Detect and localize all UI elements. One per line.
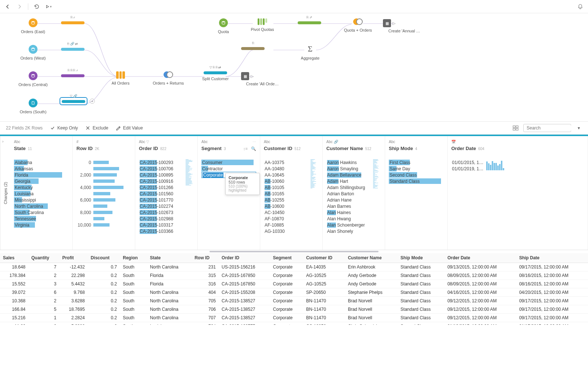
forward-icon[interactable] [16, 3, 23, 10]
value-row[interactable]: AG-10330 [264, 228, 311, 234]
pane-custid[interactable]: Abc Customer ID512 AA-10375AA-10480AA-10… [260, 136, 323, 250]
value-row[interactable]: Florida [14, 172, 69, 178]
table-row[interactable]: 18.6487-12.4320.7SouthNorth Carolina231U… [0, 263, 588, 271]
value-row[interactable]: Georgia [14, 178, 69, 184]
value-row[interactable]: AB-10255 [264, 197, 311, 203]
value-row[interactable]: CA-2015-102988 [139, 216, 186, 222]
changes-tab[interactable]: Changes (2) [0, 136, 10, 250]
table-row[interactable]: 178.384222.2980.2SouthFlorida315CA-2015-… [0, 271, 588, 280]
value-row[interactable]: CA-2015-103366 [139, 228, 186, 234]
histogram-bin[interactable]: 4,000 [76, 184, 131, 191]
value-row[interactable]: Aaron Smayling [326, 166, 373, 172]
histogram-bin[interactable]: 10,000 [76, 222, 131, 228]
value-row[interactable]: North Carolina [14, 203, 69, 209]
pane-orderdate[interactable]: 📅 Order Date604 01/01/2015, 1…01/01/2019… [448, 136, 588, 250]
value-row[interactable]: Virginia [14, 222, 69, 228]
datasource-orders-east[interactable]: Orders (East) [11, 18, 55, 34]
histogram-bin[interactable] [76, 178, 131, 184]
add-step-icon[interactable]: + [90, 99, 95, 104]
value-row[interactable]: Adam Shillingsburg [326, 184, 373, 191]
value-row[interactable]: Alan Hwang [326, 216, 373, 222]
column-header[interactable]: Ship Date [516, 253, 588, 263]
histogram-bin[interactable] [76, 191, 131, 197]
histogram-bin[interactable] [76, 166, 131, 172]
pane-segment[interactable]: Abc ⋯ Segment3 ↕≡ 🔍 ConsumerContractorCo… [198, 136, 260, 250]
step-clean-presplit[interactable]: ⎘ [241, 47, 265, 50]
column-header[interactable]: Customer ID [303, 253, 345, 263]
value-row[interactable]: CA-2015-100706 [139, 166, 186, 172]
value-row[interactable]: CA-2015-100916 [139, 178, 186, 184]
value-row[interactable]: AB-10600 [264, 203, 311, 209]
value-row[interactable]: Alabama [14, 159, 69, 166]
value-row[interactable]: CA-2015-102274 [139, 203, 186, 209]
pane-rowid[interactable]: # Row ID2K 02,0004,0006,0008,00010,000 [73, 136, 135, 250]
value-row[interactable]: AB-10165 [264, 191, 311, 197]
value-row[interactable]: Tennessee [14, 216, 69, 222]
step-output-all-orders[interactable]: ▦▷ [241, 72, 254, 80]
datasource-orders-south[interactable]: Orders (South) [11, 99, 55, 114]
table-row[interactable]: 11.3625.33920SouthLouisiana764CA-2015-16… [0, 322, 588, 325]
value-row[interactable]: Standard Class [389, 178, 444, 184]
value-row[interactable]: AA-10375 [264, 159, 311, 166]
value-row[interactable]: 01/01/2019, 1… [451, 166, 483, 172]
search-input[interactable] [527, 125, 582, 131]
value-row[interactable]: Consumer [201, 159, 256, 166]
collapse-icon[interactable]: ▾ [576, 125, 582, 131]
value-row[interactable]: AF-10885 [264, 222, 311, 228]
grid-scrollbar[interactable] [0, 250, 588, 253]
table-row[interactable]: 15.21612.28240.2SouthNorth Carolina707CA… [0, 314, 588, 322]
table-row[interactable]: 10.36823.62880.2SouthNorth Carolina705CA… [0, 297, 588, 305]
value-row[interactable]: AB-10105 [264, 184, 311, 191]
pane-state[interactable]: Abc State11 AlabamaArkansasFloridaGeorgi… [10, 136, 73, 250]
column-header[interactable]: State [147, 253, 191, 263]
exclude-button[interactable]: Exclude [85, 125, 108, 131]
value-row[interactable]: Adrian Hane [326, 197, 373, 203]
value-row[interactable]: Alan Shonely [326, 228, 373, 234]
step-clean-quotas[interactable]: ⎘ ⇗ [298, 21, 321, 24]
value-row[interactable]: Adrian Barton [326, 191, 373, 197]
value-row[interactable]: Kentucky [14, 184, 69, 191]
pane-custname[interactable]: Abc 🔗 Customer Name512 Aaron HawkinsAaro… [323, 136, 385, 250]
data-grid[interactable]: SalesQuantityProfitDiscountRegionStateRo… [0, 253, 588, 325]
value-row[interactable]: Alan Schoenberger [326, 222, 373, 228]
flow-canvas[interactable]: Orders (East) Orders (West) Orders (Cent… [0, 13, 588, 121]
histogram-bin[interactable]: 8,000 [76, 209, 131, 216]
step-clean-east[interactable]: ⎘ ⇄ [61, 21, 85, 24]
value-row[interactable]: AA-10645 [264, 172, 311, 178]
value-row[interactable]: CA-2015-100293 [139, 159, 186, 166]
value-row[interactable]: Alan Barnes [326, 203, 373, 209]
step-clean-south-selected[interactable]: ▽ 🔗 + [60, 97, 87, 105]
datasource-quota[interactable]: Quota [201, 18, 245, 34]
table-row[interactable]: 166.84518.76950.2SouthNorth Carolina706C… [0, 305, 588, 314]
back-icon[interactable] [4, 3, 11, 10]
step-split-customer[interactable]: ▽ ⎘ ⎘ ⇄ Split Customer [193, 71, 237, 81]
value-row[interactable]: CA-2015-101560 [139, 191, 186, 197]
step-output-annual[interactable]: ▦▷ [383, 19, 395, 27]
edit-value-button[interactable]: Edit Value [116, 125, 143, 131]
value-row[interactable]: Adam Bellavance [326, 172, 373, 178]
run-flow-icon[interactable]: ▾ [45, 3, 52, 10]
datasource-orders-west[interactable]: Orders (West) [11, 45, 55, 60]
keep-only-button[interactable]: Keep Only [50, 125, 78, 131]
pane-shipmode[interactable]: Abc Ship Mode4 First ClassSame DaySecond… [385, 136, 448, 250]
value-row[interactable]: First Class [389, 159, 444, 166]
histogram-bin[interactable]: 0 [76, 159, 131, 166]
refresh-icon[interactable] [33, 3, 40, 10]
profile-search[interactable] [523, 124, 571, 132]
column-header[interactable]: Sales [0, 253, 28, 263]
value-row[interactable]: Same Day [389, 166, 444, 172]
column-header[interactable]: Segment [270, 253, 303, 263]
value-row[interactable]: Mississippi [14, 197, 69, 203]
value-row[interactable]: AC-10450 [264, 209, 311, 216]
table-row[interactable]: 15.55235.44320.2SouthFlorida316CA-2015-1… [0, 280, 588, 288]
step-join-orders-returns[interactable]: Orders + Returns [146, 71, 190, 85]
column-header[interactable]: Discount [88, 253, 120, 263]
datasource-orders-central[interactable]: Orders (Central) [11, 71, 55, 87]
value-row[interactable]: CA-2015-101266 [139, 184, 186, 191]
step-aggregate[interactable]: Σ Aggregate [288, 44, 332, 60]
value-row[interactable]: Louisiana [14, 191, 69, 197]
pane-orderid[interactable]: Abc ▽ Order ID822 CA-2015-100293CA-2015-… [135, 136, 198, 250]
table-row[interactable]: 39.07269.7680.2SouthNorth Carolina404CA-… [0, 288, 588, 297]
step-union-all-orders[interactable]: All Orders [98, 71, 143, 85]
value-row[interactable]: CA-2015-100895 [139, 172, 186, 178]
